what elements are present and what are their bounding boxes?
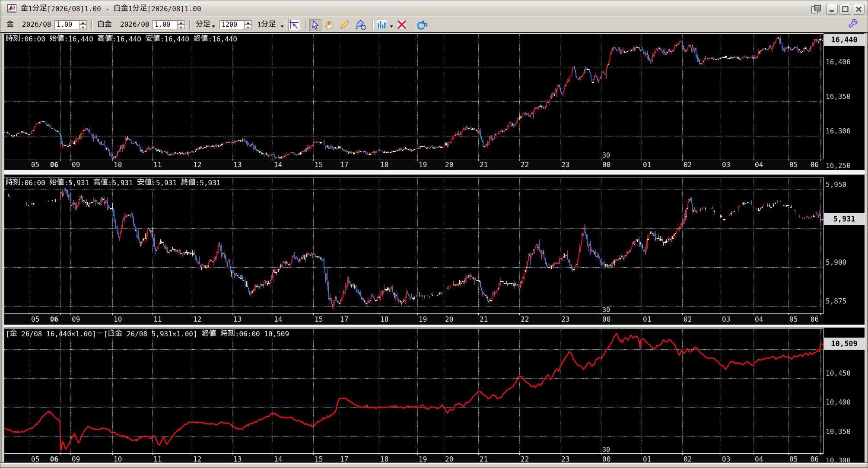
window-frame xyxy=(0,0,868,468)
app-window: 1[2026/08]1.00 - 1[2026/08]1.00 2026/08 … xyxy=(0,0,868,468)
